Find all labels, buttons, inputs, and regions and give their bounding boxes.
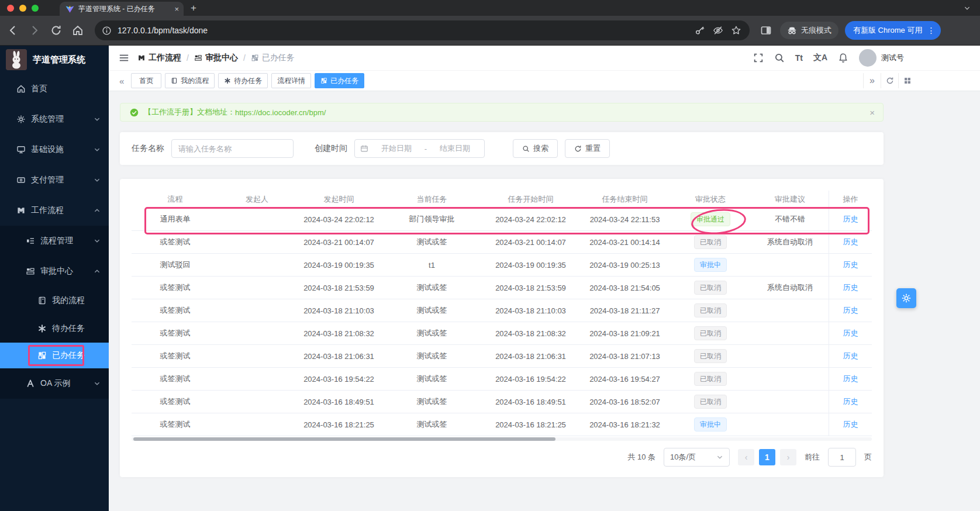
sidebar-item-process-mgmt[interactable]: 流程管理 bbox=[0, 226, 109, 256]
close-window-button[interactable] bbox=[7, 5, 14, 12]
sidebar-item-done-tasks[interactable]: 已办任务 bbox=[0, 343, 109, 368]
bell-icon[interactable] bbox=[838, 53, 848, 63]
page-1-button[interactable]: 1 bbox=[759, 449, 775, 465]
goto-page-input[interactable] bbox=[828, 448, 856, 467]
reload-icon[interactable] bbox=[50, 25, 62, 36]
task-name-input[interactable] bbox=[171, 139, 294, 158]
sidebar-item-payment[interactable]: 支付管理 bbox=[0, 165, 109, 195]
search-icon[interactable] bbox=[774, 53, 785, 63]
scrollbar-thumb[interactable] bbox=[133, 437, 555, 441]
status-badge: 已取消 bbox=[694, 395, 727, 409]
prev-page-button[interactable]: ‹ bbox=[738, 449, 754, 465]
page-size-select[interactable]: 10条/页 bbox=[664, 448, 730, 467]
col-header-actions: 操作 bbox=[829, 191, 872, 208]
breadcrumb-approval-center[interactable]: 审批中心 bbox=[194, 53, 238, 63]
sidebar-item-my-process[interactable]: 我的流程 bbox=[0, 286, 109, 315]
search-button[interactable]: 搜索 bbox=[513, 139, 558, 158]
col-header-task-start: 任务开始时间 bbox=[481, 194, 580, 205]
bookmark-star-icon[interactable] bbox=[731, 25, 741, 36]
start-date-placeholder[interactable]: 开始日期 bbox=[372, 143, 420, 154]
close-tab-icon[interactable]: × bbox=[174, 5, 179, 13]
history-link[interactable]: 历史 bbox=[843, 214, 858, 225]
letter-a-icon bbox=[26, 379, 35, 388]
refresh-icon bbox=[574, 145, 582, 153]
minimize-window-button[interactable] bbox=[19, 5, 26, 12]
sidebar-item-oa-demo[interactable]: OA 示例 bbox=[0, 368, 109, 399]
history-link[interactable]: 历史 bbox=[843, 328, 858, 339]
cell-current-task: 测试或签 bbox=[382, 282, 481, 293]
next-page-button[interactable]: › bbox=[780, 449, 796, 465]
side-panel-icon[interactable] bbox=[760, 25, 772, 36]
sidebar-item-home[interactable]: 首页 bbox=[0, 74, 109, 104]
refresh-page-button[interactable] bbox=[881, 73, 898, 88]
avatar[interactable] bbox=[859, 49, 877, 67]
breadcrumb-separator: / bbox=[243, 53, 246, 63]
tag-my-process[interactable]: 我的流程 bbox=[165, 73, 215, 88]
theme-settings-button[interactable] bbox=[896, 288, 916, 308]
history-link[interactable]: 历史 bbox=[843, 282, 858, 293]
browser-chrome: 芋道管理系统 - 已办任务 × + 127.0.0.1/bpm/task/don… bbox=[0, 0, 980, 46]
fullscreen-icon[interactable] bbox=[753, 53, 764, 63]
cell-start-time: 2024-03-21 00:14:07 bbox=[295, 238, 382, 247]
cell-process: 通用表单 bbox=[132, 214, 219, 225]
date-range-picker[interactable]: 开始日期 - 结束日期 bbox=[354, 139, 485, 158]
sidebar-item-infra[interactable]: 基础设施 bbox=[0, 134, 109, 165]
breadcrumb-workflow[interactable]: 工作流程 bbox=[137, 53, 181, 63]
history-link[interactable]: 历史 bbox=[843, 237, 858, 247]
history-link[interactable]: 历史 bbox=[843, 396, 858, 407]
browser-menu-icon[interactable]: ⋮ bbox=[927, 26, 935, 35]
banner-close-icon[interactable]: × bbox=[869, 108, 875, 118]
site-info-icon[interactable] bbox=[102, 26, 112, 36]
tag-todo-tasks[interactable]: 待办任务 bbox=[218, 73, 268, 88]
history-link[interactable]: 历史 bbox=[843, 351, 858, 361]
sidebar-item-todo-tasks[interactable]: 待办任务 bbox=[0, 315, 109, 343]
new-tab-button[interactable]: + bbox=[191, 3, 196, 13]
sidebar-item-workflow[interactable]: 工作流程 bbox=[0, 195, 109, 226]
asterisk-icon bbox=[224, 77, 231, 84]
sidebar-item-system[interactable]: 系统管理 bbox=[0, 104, 109, 134]
font-size-icon[interactable]: Tt bbox=[795, 53, 803, 63]
sidebar-item-approval-center[interactable]: 审批中心 bbox=[0, 256, 109, 286]
password-key-icon[interactable] bbox=[695, 25, 705, 36]
tab-search-chevron-icon[interactable] bbox=[964, 5, 971, 12]
chrome-update-button[interactable]: 有新版 Chrome 可用 ⋮ bbox=[845, 21, 941, 40]
layout-grid-button[interactable] bbox=[898, 73, 916, 88]
back-icon[interactable] bbox=[7, 25, 19, 36]
banner-doc-link[interactable]: https://doc.iocoder.cn/bpm/ bbox=[235, 108, 326, 117]
eye-off-icon[interactable] bbox=[713, 25, 723, 36]
home-icon[interactable] bbox=[72, 25, 84, 36]
language-icon[interactable]: 文A bbox=[813, 53, 827, 63]
banknote-icon bbox=[16, 175, 26, 185]
browser-tab[interactable]: 芋道管理系统 - 已办任务 × bbox=[60, 2, 184, 16]
history-link[interactable]: 历史 bbox=[843, 419, 858, 430]
history-link[interactable]: 历史 bbox=[843, 374, 858, 384]
tag-process-detail[interactable]: 流程详情 bbox=[271, 73, 311, 88]
cell-process: 测试驳回 bbox=[132, 260, 219, 270]
logo[interactable]: 芋道管理系统 bbox=[0, 46, 109, 74]
tag-home[interactable]: 首页 bbox=[131, 73, 161, 88]
cell-actions: 历史 bbox=[829, 413, 872, 436]
tag-done-tasks[interactable]: 已办任务 bbox=[315, 73, 364, 88]
cell-task-end-time: 2024-03-18 21:11:27 bbox=[580, 306, 670, 315]
update-label: 有新版 Chrome 可用 bbox=[853, 25, 922, 36]
cell-status: 审批中 bbox=[670, 258, 751, 272]
url-bar[interactable]: 127.0.0.1/bpm/task/done bbox=[95, 20, 750, 40]
maximize-window-button[interactable] bbox=[32, 5, 39, 12]
forward-icon[interactable] bbox=[29, 25, 40, 36]
history-link[interactable]: 历史 bbox=[843, 305, 858, 316]
end-date-placeholder[interactable]: 结束日期 bbox=[431, 143, 479, 154]
tags-collapse-icon[interactable]: « bbox=[116, 76, 127, 86]
tags-expand-button[interactable]: » bbox=[863, 73, 881, 88]
url-text[interactable]: 127.0.0.1/bpm/task/done bbox=[118, 26, 687, 35]
filter-bar: 任务名称 创建时间 开始日期 - 结束日期 搜索 重置 bbox=[120, 132, 884, 165]
reset-button[interactable]: 重置 bbox=[565, 139, 610, 158]
tab-title: 芋道管理系统 - 已办任务 bbox=[78, 4, 170, 14]
cell-current-task: 测试或签 bbox=[382, 328, 481, 339]
cell-task-start-time: 2024-03-16 19:54:22 bbox=[481, 375, 580, 384]
asterisk-icon bbox=[37, 324, 47, 333]
username[interactable]: 测试号 bbox=[881, 53, 904, 63]
cell-process: 或签测试 bbox=[132, 419, 219, 430]
hamburger-icon[interactable] bbox=[119, 53, 129, 63]
history-link[interactable]: 历史 bbox=[843, 260, 858, 270]
cell-task-start-time: 2024-03-18 21:06:31 bbox=[481, 352, 580, 361]
